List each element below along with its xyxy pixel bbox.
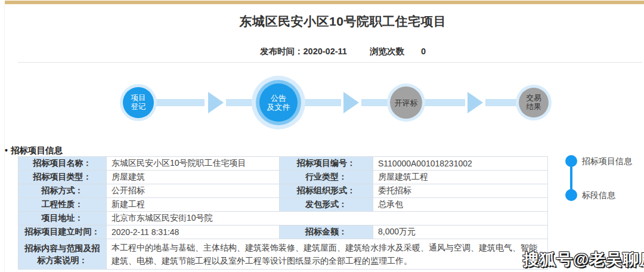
row-value: 公开招标	[107, 184, 280, 198]
table-row: 工程性质： 新建工程 发包形式： 总承包	[18, 198, 548, 212]
row-label: 招标金额：	[280, 225, 373, 239]
header-divider	[18, 62, 642, 63]
publish-time-value: 2020-02-11	[304, 47, 347, 56]
row-label: 招标项目建立时间：	[18, 225, 107, 239]
row-label: 招标项目类型：	[18, 171, 107, 184]
flow-step-announcement-documents: 公告 及文件	[252, 76, 305, 129]
flow-connector-bar	[226, 99, 255, 106]
tender-info-table: 招标项目名称： 东城区民安小区10号院职工住宅项目 招标项目编号： S11000…	[18, 156, 547, 270]
step-label-line: 登记	[131, 103, 146, 112]
row-value: S110000A001018231002	[373, 157, 548, 171]
table-row: 招标项目名称： 东城区民安小区10号院职工住宅项目 招标项目编号： S11000…	[18, 157, 548, 171]
timeline-dot-icon[interactable]	[565, 155, 577, 167]
step-label-line: 开评标	[395, 98, 418, 107]
views-label: 浏览次数	[370, 47, 404, 56]
row-label: 招标内容与范围及招标方案说明：	[18, 239, 107, 270]
step-label-line: 交易	[527, 94, 541, 103]
row-label: 项目地址：	[18, 212, 107, 225]
flow-connector-bar	[485, 99, 518, 106]
arrow-right-icon	[467, 92, 483, 113]
row-label: 招标项目名称：	[18, 157, 107, 171]
views-count: 0	[421, 47, 426, 56]
row-value: 房屋建筑	[107, 171, 280, 184]
row-value: 本工程中的地基与基础、主体结构、建筑装饰装修、建筑屋面、建筑给水排水及采暖、通风…	[107, 239, 548, 270]
row-label: 招标方式：	[18, 184, 107, 198]
table-row: 招标内容与范围及招标方案说明： 本工程中的地基与基础、主体结构、建筑装饰装修、建…	[18, 239, 548, 270]
row-value: 总承包	[373, 198, 548, 212]
tender-detail-page: 东城区民安小区10号院职工住宅项目 发布时间：2020-02-11浏览次数0 项…	[0, 0, 644, 272]
timeline-dot-icon[interactable]	[565, 189, 577, 201]
section-header-tender-info: •招标项目信息	[5, 145, 63, 156]
top-accent-bar	[5, 1, 644, 4]
row-value: 2020-2-11 8:31:48	[107, 225, 280, 239]
step-label-line: 项目	[131, 94, 146, 103]
table-row: 项目地址： 北京市东城区民安街10号院	[18, 212, 548, 225]
timeline-item-tender-info[interactable]: 招标项目信息	[582, 156, 632, 167]
row-label: 行业类型：	[280, 171, 373, 184]
arrow-right-icon	[343, 92, 359, 113]
step-label-line: 结果	[527, 103, 541, 112]
publish-info-line: 发布时间：2020-02-11浏览次数0	[0, 46, 644, 57]
flow-step-transaction-result: 交易 结果	[516, 85, 552, 120]
publish-time-label: 发布时间：	[260, 47, 304, 56]
timeline-item-section-info[interactable]: 标段信息	[582, 190, 615, 201]
flow-connector-bar	[423, 99, 465, 106]
flow-connector-bar	[303, 99, 341, 106]
row-value: 北京市东城区民安街10号院	[107, 212, 548, 225]
row-label: 工程性质：	[18, 198, 107, 212]
row-value: 新建工程	[107, 198, 280, 212]
section-title: 招标项目信息	[11, 146, 63, 155]
flow-connector-bar	[152, 99, 205, 106]
row-label: 招标项目编号：	[280, 157, 373, 171]
table-row: 招标方式： 公开招标 招标组织形式： 委托招标	[18, 184, 548, 198]
step-label-line: 公告	[271, 94, 286, 103]
page-title: 东城区民安小区10号院职工住宅项目	[42, 13, 644, 30]
bullet-icon: •	[5, 146, 8, 155]
table-row: 招标项目建立时间： 2020-2-11 8:31:48 招标金额： 8,000万…	[18, 225, 548, 239]
left-edge-line	[4, 5, 5, 272]
row-value: 8,000万元	[373, 225, 548, 239]
row-value: 委托招标	[373, 184, 548, 198]
row-label: 发包形式：	[280, 198, 373, 212]
table-row: 招标项目类型： 房屋建筑 行业类型： 房屋建筑工程	[18, 171, 548, 184]
flow-connector-bar	[361, 99, 389, 106]
row-value: 东城区民安小区10号院职工住宅项目	[107, 157, 280, 171]
arrow-right-icon	[208, 92, 224, 113]
row-value: 房屋建筑工程	[373, 171, 548, 184]
watermark-sohu-laowu: 搜狐号@老吴聊房	[523, 249, 644, 270]
flow-step-project-registration: 项目 登记	[120, 84, 157, 121]
row-label: 招标组织形式：	[280, 184, 373, 198]
step-label-line: 及文件	[267, 103, 290, 112]
flow-step-bid-opening-evaluation: 开评标	[387, 84, 425, 122]
